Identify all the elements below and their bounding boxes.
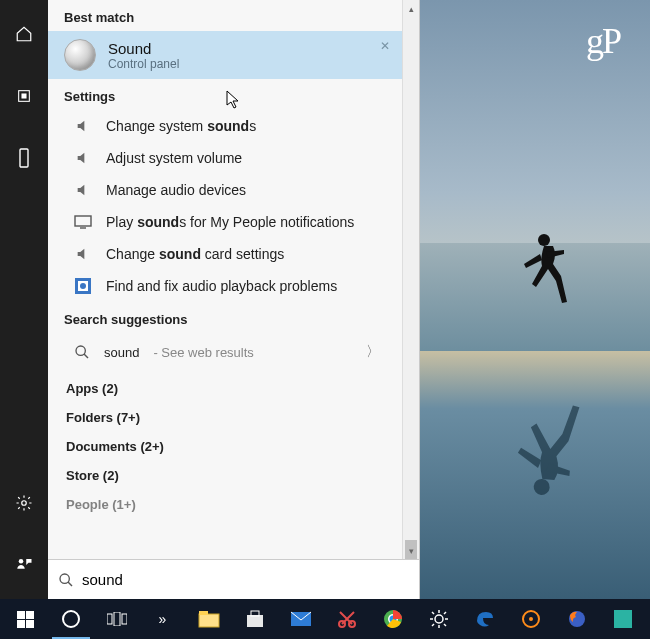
settings-item[interactable]: Change system sounds xyxy=(48,110,402,142)
speaker-icon xyxy=(74,117,92,135)
search-icon xyxy=(74,344,90,360)
scroll-up-icon[interactable]: ▴ xyxy=(403,0,419,17)
rail-settings-button[interactable] xyxy=(0,483,48,523)
rail-apps-button[interactable] xyxy=(0,76,48,116)
sun-icon xyxy=(429,609,449,629)
mail-icon xyxy=(290,611,312,627)
rail-device-button[interactable] xyxy=(0,138,48,178)
svg-rect-41 xyxy=(614,610,632,628)
feedback-icon xyxy=(14,555,34,575)
edge-icon xyxy=(475,609,495,629)
result-category[interactable]: Folders (7+) xyxy=(48,400,402,429)
settings-item[interactable]: Manage audio devices xyxy=(48,174,402,206)
result-category[interactable]: Store (2) xyxy=(48,458,402,487)
svg-point-29 xyxy=(435,615,443,623)
settings-item[interactable]: Change sound card settings xyxy=(48,238,402,270)
svg-rect-21 xyxy=(247,615,263,627)
svg-rect-20 xyxy=(199,611,208,615)
taskbar-store[interactable] xyxy=(232,599,278,639)
svg-rect-3 xyxy=(22,94,26,98)
store-icon xyxy=(245,609,265,629)
gear-icon xyxy=(14,493,34,513)
close-icon[interactable]: ✕ xyxy=(380,39,390,53)
speaker-icon xyxy=(74,149,92,167)
best-match-subtitle: Control panel xyxy=(108,57,179,71)
speaker-icon xyxy=(74,181,92,199)
search-results: Best match Sound Control panel ✕ Setting… xyxy=(48,0,420,599)
svg-point-6 xyxy=(19,559,24,564)
home-icon xyxy=(14,24,34,44)
svg-line-35 xyxy=(444,624,446,626)
svg-rect-19 xyxy=(199,614,219,627)
rail-feedback-button[interactable] xyxy=(0,545,48,585)
search-box[interactable] xyxy=(48,559,419,599)
settings-item-label: Find and fix audio playback problems xyxy=(106,278,337,294)
windows-logo-icon xyxy=(17,611,34,628)
settings-item[interactable]: Adjust system volume xyxy=(48,142,402,174)
wallpaper-runner xyxy=(510,230,570,320)
task-view-icon xyxy=(107,612,127,626)
scissors-icon xyxy=(337,609,357,629)
suggestion-term: sound xyxy=(104,345,139,360)
svg-point-1 xyxy=(533,478,550,495)
svg-rect-18 xyxy=(122,614,127,624)
search-suggestion[interactable]: sound - See web results 〉 xyxy=(48,333,402,371)
svg-point-39 xyxy=(529,617,533,621)
results-scrollbar[interactable]: ▴ ▾ xyxy=(402,0,419,559)
svg-rect-4 xyxy=(20,149,28,167)
taskbar-snip[interactable] xyxy=(324,599,370,639)
taskbar-chrome[interactable] xyxy=(370,599,416,639)
file-explorer-icon xyxy=(198,610,220,628)
heading-settings: Settings xyxy=(48,79,402,110)
heading-best-match: Best match xyxy=(48,0,402,31)
settings-item-label: Play sounds for My People notifications xyxy=(106,214,354,230)
cortana-button[interactable] xyxy=(48,599,94,639)
wallpaper-reflection xyxy=(495,387,584,504)
start-rail xyxy=(0,0,48,599)
svg-line-36 xyxy=(444,612,446,614)
settings-item-label: Change sound card settings xyxy=(106,246,284,262)
best-match-item[interactable]: Sound Control panel ✕ xyxy=(48,31,402,79)
taskbar: » xyxy=(0,599,650,639)
taskbar-edge[interactable] xyxy=(462,599,508,639)
taskbar-file-explorer[interactable] xyxy=(186,599,232,639)
svg-rect-16 xyxy=(107,614,112,624)
taskbar-mail[interactable] xyxy=(278,599,324,639)
search-input[interactable] xyxy=(82,571,409,588)
start-button[interactable] xyxy=(2,599,48,639)
result-category[interactable]: People (1+) xyxy=(48,487,402,512)
chrome-icon xyxy=(383,609,403,629)
apps-icon xyxy=(14,86,34,106)
suggestion-trail: - See web results xyxy=(153,345,253,360)
settings-item[interactable]: Play sounds for My People notifications xyxy=(48,206,402,238)
best-match-title: Sound xyxy=(108,40,179,57)
result-category[interactable]: Documents (2+) xyxy=(48,429,402,458)
taskbar-overflow[interactable]: » xyxy=(140,599,186,639)
result-category[interactable]: Apps (2) xyxy=(48,371,402,400)
svg-rect-7 xyxy=(75,216,91,226)
search-panel: Best match Sound Control panel ✕ Setting… xyxy=(0,0,420,599)
taskbar-app[interactable] xyxy=(600,599,646,639)
svg-rect-17 xyxy=(114,612,120,626)
cortana-icon xyxy=(62,610,80,628)
troubleshoot-icon xyxy=(74,277,92,295)
svg-line-37 xyxy=(432,624,434,626)
taskbar-brightness[interactable] xyxy=(416,599,462,639)
rail-home-button[interactable] xyxy=(0,14,48,54)
task-view-button[interactable] xyxy=(94,599,140,639)
scroll-down-icon[interactable]: ▾ xyxy=(403,542,419,559)
svg-line-15 xyxy=(68,582,72,586)
svg-point-12 xyxy=(76,346,85,355)
taskbar-groove[interactable] xyxy=(508,599,554,639)
speaker-icon xyxy=(74,245,92,263)
svg-point-5 xyxy=(22,501,27,506)
search-icon xyxy=(58,572,74,588)
settings-item[interactable]: Find and fix audio playback problems xyxy=(48,270,402,302)
sound-icon xyxy=(64,39,96,71)
heading-search-suggestions: Search suggestions xyxy=(48,302,402,333)
groove-icon xyxy=(521,609,541,629)
settings-item-label: Change system sounds xyxy=(106,118,256,134)
svg-point-0 xyxy=(538,234,550,246)
taskbar-firefox[interactable] xyxy=(554,599,600,639)
watermark: gP xyxy=(586,20,620,62)
